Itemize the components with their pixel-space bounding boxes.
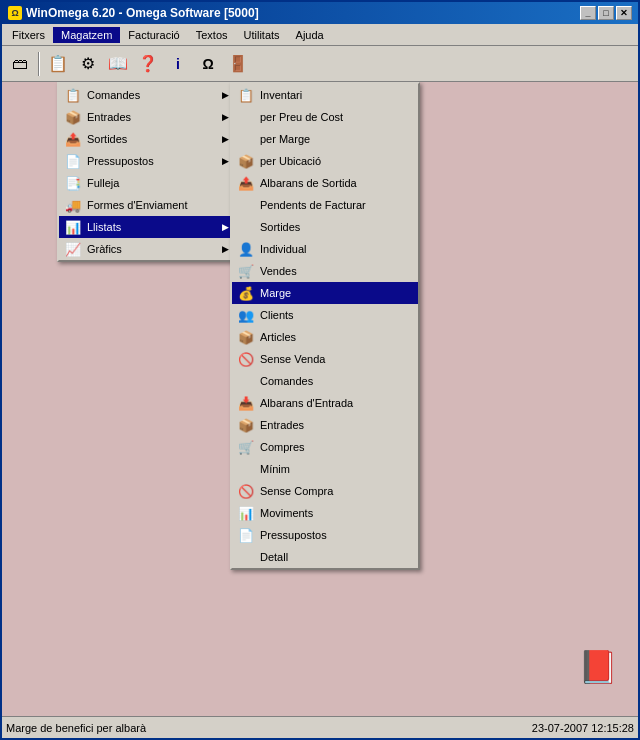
marge-icon: 💰 [238,285,254,301]
sortides-icon: 📤 [65,131,81,147]
menu-ajuda[interactable]: Ajuda [288,27,332,43]
articles-icon: 📦 [238,329,254,345]
menu-item-entrades-list[interactable]: 📦 Entrades [232,414,418,436]
inventari-label: Inventari [260,89,302,101]
menu-item-sortides-list[interactable]: Sortides [232,216,418,238]
minimize-button[interactable]: _ [580,6,596,20]
toolbar-sortir-btn[interactable]: 🚪 [224,50,252,78]
listats-icon: 📊 [65,219,81,235]
menu-item-per-marge[interactable]: per Marge [232,128,418,150]
per-preu-cost-icon [238,109,254,125]
watermark: Ω [248,275,392,482]
grafics-label: Gràfics [87,243,122,255]
toolbar-config-btn[interactable]: ⚙ [74,50,102,78]
menu-item-comandes[interactable]: 📋 Comandes ▶ [59,84,235,106]
detall-icon [238,549,254,565]
entrades-label: Entrades [87,111,131,123]
menu-item-pressupostos[interactable]: 📄 Pressupostos ▶ [59,150,235,172]
menu-item-formes-enviament[interactable]: 🚚 Formes d'Enviament [59,194,235,216]
entrades-list-icon: 📦 [238,417,254,433]
pressupostos-arrow: ▶ [222,156,229,166]
comandes-icon: 📋 [65,87,81,103]
menu-item-individual[interactable]: 👤 Individual [232,238,418,260]
menu-fitxers[interactable]: Fitxers [4,27,53,43]
marge-label: Marge [260,287,291,299]
listats-arrow: ▶ [222,222,229,232]
pressupostos-list-label: Pressupostos [260,529,327,541]
toolbar-omega-btn[interactable]: Ω [194,50,222,78]
menu-item-pressupostos-list[interactable]: 📄 Pressupostos [232,524,418,546]
menu-item-sense-venda[interactable]: 🚫 Sense Venda [232,348,418,370]
sense-venda-label: Sense Venda [260,353,325,365]
titlebar-buttons: _ □ ✕ [580,6,632,20]
entrades-arrow: ▶ [222,112,229,122]
individual-icon: 👤 [238,241,254,257]
menu-magatzem[interactable]: Magatzem [53,27,120,43]
close-button[interactable]: ✕ [616,6,632,20]
pendents-facturar-icon [238,197,254,213]
menu-item-albarans-sortida[interactable]: 📤 Albarans de Sortida [232,172,418,194]
formes-enviament-icon: 🚚 [65,197,81,213]
albarans-sortida-icon: 📤 [238,175,254,191]
toolbar-comandes-btn[interactable]: 📋 [44,50,72,78]
toolbar-fitxers-btn[interactable]: 🗃 [6,50,34,78]
menu-item-sense-compra[interactable]: 🚫 Sense Compra [232,480,418,502]
window-title: WinOmega 6.20 - Omega Software [5000] [26,6,259,20]
menu-item-pendents-facturar[interactable]: Pendents de Facturar [232,194,418,216]
minim-label: Mínim [260,463,290,475]
toolbar-ajuda-btn[interactable]: ❓ [134,50,162,78]
menu-item-fulleja[interactable]: 📑 Fulleja [59,172,235,194]
menu-textos[interactable]: Textos [188,27,236,43]
toolbar-info-btn[interactable]: i [164,50,192,78]
toolbar-manual-btn[interactable]: 📖 [104,50,132,78]
menu-utilitats[interactable]: Utilitats [236,27,288,43]
albarans-entrada-label: Albarans d'Entrada [260,397,353,409]
menu-facturacio[interactable]: Facturació [120,27,187,43]
albarans-sortida-label: Albarans de Sortida [260,177,357,189]
main-window: Ω WinOmega 6.20 - Omega Software [5000] … [0,0,640,740]
entrades-list-label: Entrades [260,419,304,431]
menu-item-moviments[interactable]: 📊 Moviments [232,502,418,524]
titlebar-icon: Ω [8,6,22,20]
menu-item-per-ubicacio[interactable]: 📦 per Ubicació [232,150,418,172]
compres-icon: 🛒 [238,439,254,455]
menu-item-grafics[interactable]: 📈 Gràfics ▶ [59,238,235,260]
sense-venda-icon: 🚫 [238,351,254,367]
toolbar-sep1 [38,52,40,76]
menu-item-per-preu-cost[interactable]: per Preu de Cost [232,106,418,128]
per-marge-icon [238,131,254,147]
vendes-icon: 🛒 [238,263,254,279]
per-ubicacio-icon: 📦 [238,153,254,169]
menu-item-inventari[interactable]: 📋 Inventari [232,84,418,106]
pressupostos-list-icon: 📄 [238,527,254,543]
menu-item-articles[interactable]: 📦 Articles [232,326,418,348]
menu-item-detall[interactable]: Detall [232,546,418,568]
menu-item-minim[interactable]: Mínim [232,458,418,480]
formes-enviament-label: Formes d'Enviament [87,199,188,211]
menu-item-albarans-entrada[interactable]: 📥 Albarans d'Entrada [232,392,418,414]
main-content: Ω 📕 📋 Comandes ▶ 📦 Entrades ▶ [2,82,638,716]
grafics-arrow: ▶ [222,244,229,254]
dropdown-overlay: 📋 Comandes ▶ 📦 Entrades ▶ 📤 Sortides ▶ [2,82,638,716]
per-preu-cost-label: per Preu de Cost [260,111,343,123]
menu-item-comandes-list[interactable]: Comandes [232,370,418,392]
menu-item-vendes[interactable]: 🛒 Vendes [232,260,418,282]
toolbar: 🗃 📋 ⚙ 📖 ❓ i Ω 🚪 [2,46,638,82]
clients-label: Clients [260,309,294,321]
sortides-list-label: Sortides [260,221,300,233]
maximize-button[interactable]: □ [598,6,614,20]
magatzem-menu: 📋 Comandes ▶ 📦 Entrades ▶ 📤 Sortides ▶ [57,82,237,262]
statusbar-datetime: 23-07-2007 12:15:28 [532,722,634,734]
menu-item-listats[interactable]: 📊 Llistats ▶ [59,216,235,238]
menu-item-clients[interactable]: 👥 Clients [232,304,418,326]
menu-item-entrades[interactable]: 📦 Entrades ▶ [59,106,235,128]
menu-item-sortides[interactable]: 📤 Sortides ▶ [59,128,235,150]
menu-item-compres[interactable]: 🛒 Compres [232,436,418,458]
menu-item-marge[interactable]: 💰 Marge [232,282,418,304]
detall-label: Detall [260,551,288,563]
vendes-label: Vendes [260,265,297,277]
minim-icon [238,461,254,477]
compres-label: Compres [260,441,305,453]
pressupostos-icon: 📄 [65,153,81,169]
inventari-icon: 📋 [238,87,254,103]
